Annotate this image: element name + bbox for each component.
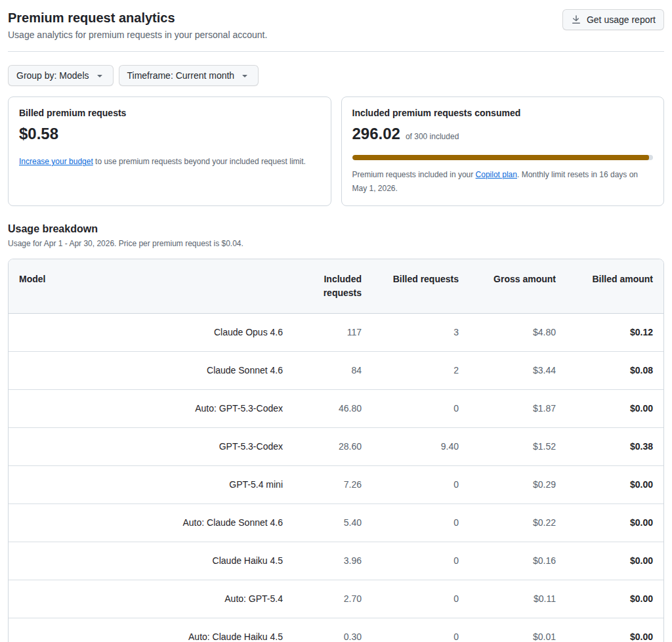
gross-amount-cell: $1.52 xyxy=(469,427,566,465)
billed-amount-cell: $0.38 xyxy=(566,427,663,465)
billed-requests-cell: 0 xyxy=(372,618,469,642)
model-name-cell: Claude Haiku 4.5 xyxy=(9,542,293,580)
page-header: Premium request analytics Usage analytic… xyxy=(8,9,664,42)
table-row: Claude Sonnet 4.6 84 2 $3.44 $0.08 xyxy=(9,351,663,389)
usage-table: Model Included requests Billed requests … xyxy=(9,259,663,642)
header-divider xyxy=(8,51,664,52)
billed-card-title: Billed premium requests xyxy=(19,108,320,118)
included-requests-cell: 3.96 xyxy=(293,542,372,580)
usage-breakdown-title: Usage breakdown xyxy=(8,223,664,235)
group-by-label: Group by: Models xyxy=(16,70,89,81)
model-name-cell: GPT-5.4 mini xyxy=(9,465,293,503)
table-row: Claude Haiku 4.5 3.96 0 $0.16 $0.00 xyxy=(9,542,663,580)
billed-amount-cell: $0.12 xyxy=(566,314,663,351)
billed-card-description: Increase your budget to use premium requ… xyxy=(19,155,320,168)
summary-cards: Billed premium requests $0.58 Increase y… xyxy=(8,96,664,207)
group-by-dropdown[interactable]: Group by: Models xyxy=(8,65,114,86)
included-total-label: of 300 included xyxy=(406,132,459,141)
gross-amount-cell: $0.16 xyxy=(469,542,566,580)
premium-analytics-page: Premium request analytics Usage analytic… xyxy=(0,0,672,642)
billed-requests-cell: 3 xyxy=(372,314,469,351)
column-header-billed-requests: Billed requests xyxy=(372,259,469,314)
increase-budget-link[interactable]: Increase your budget xyxy=(19,157,93,166)
gross-amount-cell: $0.22 xyxy=(469,503,566,542)
billed-requests-cell: 0 xyxy=(372,503,469,542)
model-name-cell: Claude Opus 4.6 xyxy=(9,314,293,351)
included-requests-cell: 2.70 xyxy=(293,580,372,618)
triangle-down-icon xyxy=(94,70,105,81)
gross-amount-cell: $0.29 xyxy=(469,465,566,503)
billed-requests-cell: 0 xyxy=(372,580,469,618)
get-usage-report-label: Get usage report xyxy=(587,14,656,25)
gross-amount-cell: $3.44 xyxy=(469,351,566,389)
billed-amount-cell: $0.00 xyxy=(566,465,663,503)
billed-requests-cell: 0 xyxy=(372,542,469,580)
billed-requests-cell: 0 xyxy=(372,465,469,503)
included-requests-cell: 84 xyxy=(293,351,372,389)
table-row: GPT-5.3-Codex 28.60 9.40 $1.52 $0.38 xyxy=(9,427,663,465)
gross-amount-cell: $0.01 xyxy=(469,618,566,642)
model-name-cell: GPT-5.3-Codex xyxy=(9,427,293,465)
billed-description-text: to use premium requests beyond your incl… xyxy=(93,157,306,166)
billed-amount-cell: $0.08 xyxy=(566,351,663,389)
timeframe-dropdown[interactable]: Timeframe: Current month xyxy=(119,65,259,86)
gross-amount-cell: $4.80 xyxy=(469,314,566,351)
consumed-row: 296.02 of 300 included xyxy=(352,125,654,144)
billed-requests-cell: 9.40 xyxy=(372,427,469,465)
column-header-billed-amount: Billed amount xyxy=(566,259,663,314)
timeframe-label: Timeframe: Current month xyxy=(127,70,235,81)
billed-requests-cell: 0 xyxy=(372,389,469,427)
included-requests-cell: 46.80 xyxy=(293,389,372,427)
page-title: Premium request analytics xyxy=(8,9,267,26)
gross-amount-cell: $0.11 xyxy=(469,580,566,618)
included-requests-cell: 117 xyxy=(293,314,372,351)
gross-amount-cell: $1.87 xyxy=(469,389,566,427)
billed-amount-cell: $0.00 xyxy=(566,389,663,427)
page-header-text: Premium request analytics Usage analytic… xyxy=(8,9,267,42)
usage-table-container: Model Included requests Billed requests … xyxy=(8,259,664,642)
download-icon xyxy=(571,14,581,25)
billed-amount-cell: $0.00 xyxy=(566,618,663,642)
model-name-cell: Auto: Claude Haiku 4.5 xyxy=(9,618,293,642)
column-header-included-requests: Included requests xyxy=(293,259,372,314)
table-row: Auto: GPT-5.3-Codex 46.80 0 $1.87 $0.00 xyxy=(9,389,663,427)
billed-amount-cell: $0.00 xyxy=(566,542,663,580)
included-premium-card: Included premium requests consumed 296.0… xyxy=(341,96,665,207)
column-header-gross-amount: Gross amount xyxy=(469,259,566,314)
table-row: Auto: GPT-5.4 2.70 0 $0.11 $0.00 xyxy=(9,580,663,618)
included-requests-cell: 5.40 xyxy=(293,503,372,542)
billed-requests-cell: 2 xyxy=(372,351,469,389)
included-requests-cell: 0.30 xyxy=(293,618,372,642)
model-name-cell: Claude Sonnet 4.6 xyxy=(9,351,293,389)
consumed-value: 296.02 xyxy=(352,125,400,144)
included-requests-cell: 7.26 xyxy=(293,465,372,503)
billed-amount-cell: $0.00 xyxy=(566,503,663,542)
table-row: Claude Opus 4.6 117 3 $4.80 $0.12 xyxy=(9,314,663,351)
included-requests-cell: 28.60 xyxy=(293,427,372,465)
plan-description: Premium requests included in your Copilo… xyxy=(352,168,654,195)
usage-table-body: Claude Opus 4.6 117 3 $4.80 $0.12 Claude… xyxy=(9,314,663,642)
billed-amount-cell: $0.00 xyxy=(566,580,663,618)
column-header-model: Model xyxy=(9,259,293,314)
triangle-down-icon xyxy=(240,70,250,81)
filters-bar: Group by: Models Timeframe: Current mont… xyxy=(8,65,664,86)
included-card-title: Included premium requests consumed xyxy=(352,108,654,118)
model-name-cell: Auto: Claude Sonnet 4.6 xyxy=(9,503,293,542)
get-usage-report-button[interactable]: Get usage report xyxy=(562,9,664,30)
usage-progress-bar xyxy=(352,155,654,160)
page-subtitle: Usage analytics for premium requests in … xyxy=(8,29,267,42)
copilot-plan-link[interactable]: Copilot plan xyxy=(476,170,517,179)
usage-progress-fill xyxy=(352,155,649,160)
table-row: GPT-5.4 mini 7.26 0 $0.29 $0.00 xyxy=(9,465,663,503)
billed-premium-card: Billed premium requests $0.58 Increase y… xyxy=(8,96,331,207)
model-name-cell: Auto: GPT-5.3-Codex xyxy=(9,389,293,427)
model-name-cell: Auto: GPT-5.4 xyxy=(9,580,293,618)
plan-description-before: Premium requests included in your xyxy=(352,170,476,179)
table-row: Auto: Claude Haiku 4.5 0.30 0 $0.01 $0.0… xyxy=(9,618,663,642)
usage-table-header: Model Included requests Billed requests … xyxy=(9,259,663,314)
billed-amount-value: $0.58 xyxy=(19,125,320,144)
table-row: Auto: Claude Sonnet 4.6 5.40 0 $0.22 $0.… xyxy=(9,503,663,542)
usage-breakdown-subtitle: Usage for Apr 1 - Apr 30, 2026. Price pe… xyxy=(8,239,664,248)
